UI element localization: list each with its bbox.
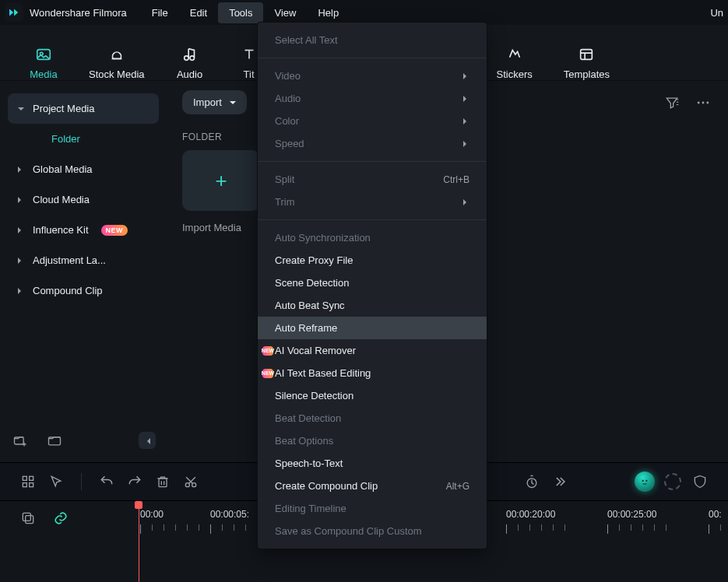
menu-item-create-compound-clip[interactable]: Create Compound ClipAlt+G bbox=[258, 475, 487, 497]
svg-rect-4 bbox=[581, 50, 593, 60]
menu-item-scene-detection[interactable]: Scene Detection bbox=[258, 272, 487, 294]
menu-help[interactable]: Help bbox=[307, 2, 350, 23]
time-label: 00:00 bbox=[140, 509, 164, 520]
import-label: Import bbox=[193, 96, 222, 108]
more-icon[interactable] bbox=[694, 93, 712, 112]
menu-view[interactable]: View bbox=[263, 2, 307, 23]
new-folder-icon[interactable] bbox=[11, 431, 30, 450]
cut-icon[interactable] bbox=[181, 472, 200, 491]
menu-item-label: Speech-to-Text bbox=[275, 458, 343, 469]
tools-dropdown: Select All TextVideoAudioColorSpeedSplit… bbox=[257, 22, 487, 549]
menu-item-label: Create Proxy File bbox=[275, 254, 353, 266]
cursor-icon[interactable] bbox=[47, 472, 65, 491]
tab-templates[interactable]: Templates bbox=[564, 45, 610, 80]
new-badge: NEW bbox=[262, 369, 273, 378]
collapse-sidebar-button[interactable] bbox=[139, 432, 156, 449]
sidebar-item-compound-clip[interactable]: Compound Clip bbox=[8, 275, 159, 306]
tab-audio[interactable]: Audio bbox=[176, 45, 204, 80]
svg-point-7 bbox=[698, 101, 700, 103]
menu-item-color: Color bbox=[258, 110, 487, 132]
menu-item-ai-text-based-editing[interactable]: NEWAI Text Based Editing bbox=[258, 362, 487, 384]
menu-item-label: Beat Detection bbox=[275, 412, 341, 424]
svg-rect-11 bbox=[30, 476, 33, 480]
menu-edit[interactable]: Edit bbox=[179, 2, 218, 23]
skip-icon[interactable] bbox=[550, 472, 569, 491]
record-placeholder-icon[interactable] bbox=[664, 473, 681, 490]
menu-item-shortcut: Ctrl+B bbox=[443, 174, 470, 185]
time-label: 00:00:05: bbox=[210, 509, 249, 520]
assistant-avatar-icon[interactable] bbox=[635, 472, 655, 492]
menu-item-speech-to-text[interactable]: Speech-to-Text bbox=[258, 452, 487, 475]
menu-item-label: Audio bbox=[275, 93, 301, 104]
chevron-down-icon bbox=[17, 103, 25, 114]
sidebar-item-label: Project Media bbox=[33, 103, 94, 114]
menu-item-audio: Audio bbox=[258, 87, 487, 110]
undo-icon[interactable] bbox=[97, 472, 116, 491]
menu-item-save-as-compound-clip-custom: Save as Compound Clip Custom bbox=[258, 520, 487, 542]
menu-item-label: Trim bbox=[275, 196, 295, 208]
shield-icon[interactable] bbox=[691, 472, 709, 491]
import-button[interactable]: Import bbox=[182, 90, 247, 114]
time-label: 00: bbox=[709, 509, 722, 520]
sidebar-item-adjustment-la-[interactable]: Adjustment La... bbox=[8, 245, 159, 275]
svg-rect-21 bbox=[26, 516, 33, 524]
sidebar-item-global-media[interactable]: Global Media bbox=[8, 154, 159, 184]
link-icon[interactable] bbox=[51, 509, 70, 528]
menu-item-editing-timeline: Editing Timeline bbox=[258, 497, 487, 520]
folder-icon[interactable] bbox=[45, 431, 64, 450]
menu-item-label: AI Vocal Remover bbox=[275, 345, 356, 356]
audio-icon bbox=[181, 45, 199, 64]
sidebar: Project MediaFolderGlobal MediaCloud Med… bbox=[0, 81, 167, 462]
menu-item-video: Video bbox=[258, 65, 487, 87]
menu-item-label: Beat Options bbox=[275, 435, 333, 447]
import-media-tile[interactable]: + bbox=[182, 150, 260, 211]
chevron-right-icon bbox=[463, 138, 470, 149]
tab-label: Tit bbox=[244, 68, 255, 80]
menu-item-create-proxy-file[interactable]: Create Proxy File bbox=[258, 249, 487, 272]
tab-label: Audio bbox=[177, 68, 202, 80]
playhead[interactable] bbox=[139, 504, 139, 582]
svg-rect-12 bbox=[23, 483, 26, 487]
stopwatch-icon[interactable] bbox=[522, 472, 541, 491]
menu-item-auto-reframe[interactable]: Auto Reframe bbox=[258, 317, 487, 339]
menu-item-label: AI Text Based Editing bbox=[275, 367, 371, 379]
menu-file[interactable]: File bbox=[141, 2, 179, 23]
sidebar-item-label: Adjustment La... bbox=[33, 254, 106, 266]
tab-label: Stock Media bbox=[89, 68, 145, 80]
app-logo bbox=[5, 3, 23, 22]
svg-rect-14 bbox=[159, 479, 167, 487]
new-badge: NEW bbox=[101, 225, 128, 236]
delete-icon[interactable] bbox=[153, 472, 172, 491]
svg-point-8 bbox=[702, 101, 705, 103]
tab-media[interactable]: Media bbox=[30, 45, 58, 80]
tab-stickers[interactable]: Stickers bbox=[497, 45, 533, 80]
sidebar-footer bbox=[8, 423, 159, 450]
redo-icon[interactable] bbox=[125, 472, 144, 491]
sidebar-item-influence-kit[interactable]: Influence KitNEW bbox=[8, 215, 159, 245]
svg-point-2 bbox=[184, 56, 188, 61]
menu-item-silence-detection[interactable]: Silence Detection bbox=[258, 384, 487, 407]
tab-stock[interactable]: Stock Media bbox=[89, 45, 145, 80]
menu-item-label: Auto Reframe bbox=[275, 322, 337, 334]
menu-item-label: Select All Text bbox=[275, 34, 338, 46]
filter-icon[interactable] bbox=[663, 93, 681, 112]
sidebar-item-folder[interactable]: Folder bbox=[8, 124, 159, 154]
sidebar-item-project-media[interactable]: Project Media bbox=[8, 93, 159, 124]
menu-tools[interactable]: Tools bbox=[218, 2, 263, 23]
menu-item-label: Create Compound Clip bbox=[275, 480, 378, 492]
media-icon bbox=[34, 45, 53, 64]
sidebar-item-cloud-media[interactable]: Cloud Media bbox=[8, 184, 159, 215]
stock-icon bbox=[107, 45, 126, 64]
menu-item-auto-synchronization: Auto Synchronization bbox=[258, 226, 487, 249]
menu-item-label: Editing Timeline bbox=[275, 503, 346, 514]
menu-item-ai-vocal-remover[interactable]: NEWAI Vocal Remover bbox=[258, 339, 487, 362]
menu-item-auto-beat-sync[interactable]: Auto Beat Sync bbox=[258, 294, 487, 317]
menu-separator bbox=[258, 161, 487, 162]
topbar-right-label: Un bbox=[710, 7, 723, 19]
timeline-duplicate-icon[interactable] bbox=[19, 509, 37, 528]
app-name: Wondershare Filmora bbox=[30, 7, 127, 19]
new-badge: NEW bbox=[262, 346, 273, 356]
grid-icon[interactable] bbox=[19, 472, 37, 491]
tab-label: Stickers bbox=[497, 68, 533, 80]
chevron-right-icon bbox=[17, 224, 25, 236]
